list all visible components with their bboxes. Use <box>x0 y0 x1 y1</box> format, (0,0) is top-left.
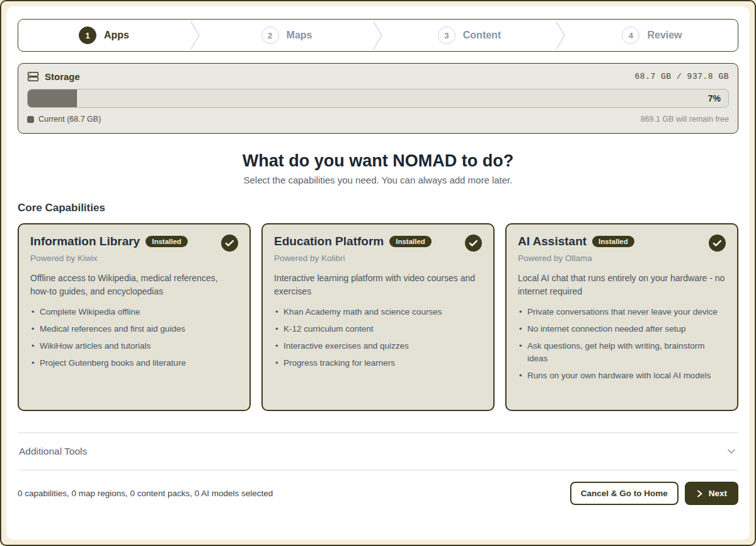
capability-cards: Information Library Installed Powered by… <box>18 223 738 411</box>
step-review-number: 4 <box>622 26 639 44</box>
card-bullet: K-12 curriculum content <box>274 323 482 335</box>
chevron-down-icon <box>726 446 737 457</box>
storage-free-label: 869.1 GB will remain free <box>641 115 729 124</box>
card-feature-list: Khan Academy math and science courses K-… <box>274 306 482 369</box>
selected-check-icon[interactable] <box>709 235 726 252</box>
card-information-library[interactable]: Information Library Installed Powered by… <box>18 223 251 411</box>
card-title: AI Assistant <box>518 235 587 248</box>
card-bullet: Complete Wikipedia offline <box>30 306 238 318</box>
card-bullet: Project Gutenberg books and literature <box>30 357 238 369</box>
step-apps[interactable]: 1 Apps <box>18 20 190 51</box>
card-education-platform[interactable]: Education Platform Installed Powered by … <box>261 223 495 411</box>
card-bullet: Medical references and first aid guides <box>30 323 238 335</box>
card-bullet: Khan Academy math and science courses <box>274 306 482 318</box>
cancel-button[interactable]: Cancel & Go to Home <box>570 482 679 505</box>
card-bullet: Runs on your own hardware with local AI … <box>518 369 726 382</box>
card-powered-by: Powered by Kiwix <box>30 253 238 263</box>
step-maps-label: Maps <box>287 30 312 41</box>
page-title: What do you want NOMAD to do? <box>18 150 738 171</box>
additional-tools-toggle[interactable]: Additional Tools <box>18 433 738 470</box>
additional-tools-label: Additional Tools <box>19 446 87 457</box>
step-maps[interactable]: 2 Maps <box>201 20 372 51</box>
selected-check-icon[interactable] <box>221 235 238 252</box>
card-bullet: No internet connection needed after setu… <box>518 323 726 335</box>
step-separator-icon <box>372 21 384 50</box>
card-bullet: WikiHow articles and tutorials <box>30 340 238 352</box>
step-apps-label: Apps <box>104 30 129 41</box>
card-ai-assistant[interactable]: AI Assistant Installed Powered by Ollama… <box>505 223 738 411</box>
next-button[interactable]: Next <box>685 482 738 505</box>
step-separator-icon <box>555 21 566 50</box>
storage-progress-fill <box>28 90 77 107</box>
card-title: Information Library <box>30 235 140 248</box>
storage-drive-icon <box>27 71 39 83</box>
storage-usage-text: 68.7 GB / 937.8 GB <box>635 72 729 81</box>
step-maps-number: 2 <box>261 26 279 44</box>
step-content[interactable]: 3 Content <box>384 20 555 51</box>
divider <box>18 470 738 470</box>
installed-badge: Installed <box>146 236 188 247</box>
card-bullet: Ask questions, get help with writing, br… <box>518 340 726 365</box>
installed-badge: Installed <box>592 236 634 247</box>
storage-progress-bar: 7% <box>27 89 729 108</box>
storage-title: Storage <box>45 71 80 82</box>
step-content-label: Content <box>463 30 501 41</box>
core-capabilities-heading: Core Capabilities <box>18 202 738 214</box>
step-content-number: 3 <box>438 26 455 44</box>
installed-badge: Installed <box>389 236 432 247</box>
page-subtitle: Select the capabilities you need. You ca… <box>18 175 738 185</box>
selection-summary: 0 capabilities, 0 map regions, 0 content… <box>18 489 273 498</box>
card-bullet: Interactive exercises and quizzes <box>274 340 482 352</box>
card-description: Local AI chat that runs entirely on your… <box>518 272 726 298</box>
step-review[interactable]: 4 Review <box>566 20 738 51</box>
wizard-stepper: 1 Apps 2 Maps 3 Content 4 Review <box>18 19 738 52</box>
legend-current-label: Current (68.7 GB) <box>38 115 101 124</box>
selected-check-icon[interactable] <box>465 235 482 252</box>
legend-current-swatch <box>27 116 34 123</box>
card-bullet: Private conversations that never leave y… <box>518 306 726 318</box>
step-separator-icon <box>190 21 201 50</box>
card-title: Education Platform <box>274 235 384 248</box>
step-review-label: Review <box>647 30 682 41</box>
card-feature-list: Private conversations that never leave y… <box>518 306 726 382</box>
card-powered-by: Powered by Ollama <box>518 253 726 263</box>
storage-panel: Storage 68.7 GB / 937.8 GB 7% Current (6… <box>18 63 738 134</box>
setup-wizard-page: 1 Apps 2 Maps 3 Content 4 Review <box>6 6 750 540</box>
card-bullet: Progress tracking for learners <box>274 357 482 369</box>
storage-percent-label: 7% <box>708 93 721 103</box>
chevron-right-icon <box>696 490 703 497</box>
card-description: Interactive learning platform with video… <box>274 272 482 298</box>
card-powered-by: Powered by Kolibri <box>274 253 482 263</box>
card-feature-list: Complete Wikipedia offline Medical refer… <box>30 306 238 369</box>
card-description: Offline access to Wikipedia, medical ref… <box>30 272 238 298</box>
step-apps-number: 1 <box>79 26 96 44</box>
next-button-label: Next <box>709 489 727 498</box>
